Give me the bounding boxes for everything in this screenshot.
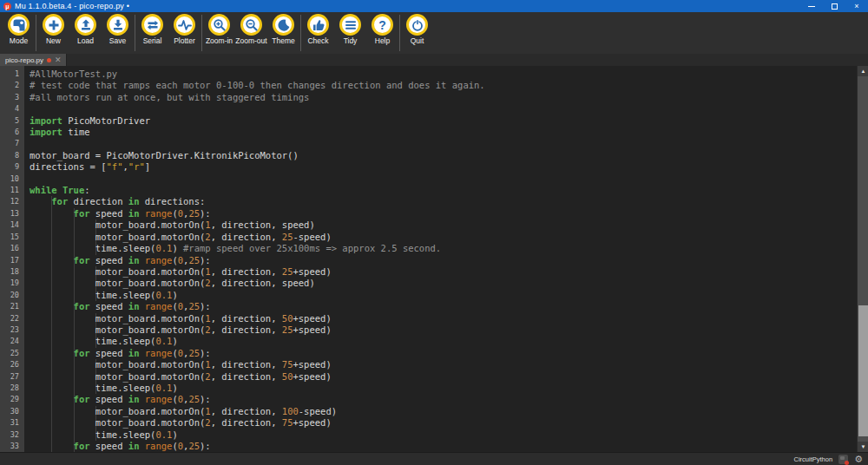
window-title: Mu 1.1.0.beta.4 - pico-repo.py • xyxy=(15,2,129,10)
code-line[interactable]: 10 xyxy=(0,174,868,185)
new-button-label: New xyxy=(46,36,61,45)
toolbar-divider xyxy=(300,15,301,51)
mu-app-icon: μ xyxy=(3,3,11,10)
tab-bar: pico-repo.py ✕ xyxy=(0,54,868,66)
code-line[interactable]: 13 for speed in range(0,25): xyxy=(0,208,868,219)
save-button-label: Save xyxy=(109,36,126,45)
line-number: 10 xyxy=(0,174,24,185)
line-number: 24 xyxy=(0,336,24,347)
code-lines[interactable]: 1#AllMotorTest.py2# test code that ramps… xyxy=(0,66,868,452)
quit-button-label: Quit xyxy=(411,36,424,45)
save-button[interactable]: Save xyxy=(102,14,134,45)
tab-pico-repo[interactable]: pico-repo.py ✕ xyxy=(0,54,67,66)
code-line[interactable]: 16 time.sleep(0.1) #ramp speed over 25x1… xyxy=(0,243,868,254)
check-button-label: Check xyxy=(307,36,328,45)
line-number: 3 xyxy=(0,92,24,103)
code-line[interactable]: 18 motor_board.motorOn(1, direction, 25+… xyxy=(0,266,868,278)
code-line[interactable]: 2# test code that ramps each motor 0-100… xyxy=(0,80,868,91)
code-editor[interactable]: 1#AllMotorTest.py2# test code that ramps… xyxy=(0,66,868,452)
maximize-button[interactable] xyxy=(823,0,845,12)
plotter-button-label: Plotter xyxy=(174,36,195,45)
code-line[interactable]: 32 time.sleep(0.1) xyxy=(0,429,868,441)
close-button[interactable]: × xyxy=(845,0,868,12)
quit-button[interactable]: Quit xyxy=(401,14,433,45)
toolbar-divider xyxy=(36,15,36,51)
code-line[interactable]: 28 time.sleep(0.1) xyxy=(0,383,868,394)
serial-arrows-icon xyxy=(146,18,160,32)
code-line[interactable]: 29 for speed in range(0,25): xyxy=(0,394,868,405)
code-line[interactable]: 8motor_board = PicoMotorDriver.KitronikP… xyxy=(0,150,868,161)
code-line[interactable]: 25 for speed in range(0,25): xyxy=(0,348,868,359)
line-number: 14 xyxy=(0,219,24,231)
help-button[interactable]: ? Help xyxy=(366,14,398,45)
line-number: 11 xyxy=(0,185,24,196)
code-line[interactable]: 14 motor_board.motorOn(1, direction, spe… xyxy=(0,219,868,231)
scrollbar-thumb[interactable] xyxy=(858,305,868,436)
tab-label: pico-repo.py xyxy=(5,56,43,64)
tab-close-icon[interactable]: ✕ xyxy=(55,56,62,64)
code-line[interactable]: 11while True: xyxy=(0,185,868,196)
device-disconnected-dot xyxy=(845,461,849,465)
code-line[interactable]: 4 xyxy=(0,103,868,115)
code-line[interactable]: 7 xyxy=(0,138,868,149)
code-line[interactable]: 5import PicoMotorDriver xyxy=(0,115,868,127)
theme-button-label: Theme xyxy=(272,36,294,45)
new-button[interactable]: New xyxy=(37,14,69,45)
close-icon: × xyxy=(854,2,858,10)
code-line[interactable]: 1#AllMotorTest.py xyxy=(0,69,868,80)
settings-gear-icon[interactable]: ⚙ xyxy=(854,455,863,464)
code-line[interactable]: 21 for speed in range(0,25): xyxy=(0,301,868,312)
code-line[interactable]: 3#all motors run at once, but with stagg… xyxy=(0,92,868,103)
toolbar-divider xyxy=(399,15,400,51)
plotter-button[interactable]: Plotter xyxy=(168,14,201,45)
mode-button[interactable]: Mode xyxy=(3,14,35,45)
code-line[interactable]: 20 time.sleep(0.1) xyxy=(0,290,868,301)
code-line[interactable]: 12 for direction in directions: xyxy=(0,196,868,207)
scroll-up-arrow[interactable]: ▲ xyxy=(858,66,868,76)
line-number: 13 xyxy=(0,208,24,219)
code-line[interactable]: 27 motor_board.motorOn(2, direction, 50+… xyxy=(0,371,868,383)
line-number: 33 xyxy=(0,441,24,452)
code-line[interactable]: 33 for speed in range(0,25): xyxy=(0,441,868,452)
mu-window: μ Mu 1.1.0.beta.4 - pico-repo.py • × Mod… xyxy=(0,0,868,465)
code-line[interactable]: 23 motor_board.motorOn(2, direction, 25+… xyxy=(0,324,868,336)
toolbar: Mode New Load Save Serial xyxy=(0,12,868,54)
upload-icon xyxy=(79,18,93,32)
theme-button[interactable]: Theme xyxy=(267,14,299,45)
zoom-in-button[interactable]: Zoom-in xyxy=(203,14,235,45)
mode-button-label: Mode xyxy=(10,36,28,45)
line-number: 12 xyxy=(0,196,24,207)
load-button[interactable]: Load xyxy=(69,14,102,45)
zoom-out-button[interactable]: Zoom-out xyxy=(235,14,267,45)
code-line[interactable]: 26 motor_board.motorOn(1, direction, 75+… xyxy=(0,359,868,370)
code-line[interactable]: 22 motor_board.motorOn(1, direction, 50+… xyxy=(0,313,868,324)
serial-button[interactable]: Serial xyxy=(136,14,168,45)
device-status-icon[interactable] xyxy=(838,455,848,464)
check-button[interactable]: Check xyxy=(302,14,334,45)
zoom-in-button-label: Zoom-in xyxy=(206,36,233,45)
line-number: 25 xyxy=(0,348,24,359)
line-number: 19 xyxy=(0,278,24,289)
code-line[interactable]: 19 motor_board.motorOn(2, direction, spe… xyxy=(0,278,868,289)
help-button-label: Help xyxy=(375,36,390,45)
code-line[interactable]: 24 time.sleep(0.1) xyxy=(0,336,868,347)
line-number: 29 xyxy=(0,394,24,405)
zoom-in-icon xyxy=(213,18,227,32)
code-line[interactable]: 15 motor_board.motorOn(2, direction, 25-… xyxy=(0,232,868,243)
line-number: 7 xyxy=(0,138,24,149)
code-line[interactable]: 9directions = ["f","r"] xyxy=(0,161,868,173)
minimize-button[interactable] xyxy=(800,0,823,12)
zoom-out-icon xyxy=(245,18,259,32)
code-line[interactable]: 31 motor_board.motorOn(2, direction, 75+… xyxy=(0,417,868,429)
tidy-button[interactable]: Tidy xyxy=(334,14,366,45)
line-number: 32 xyxy=(0,429,24,441)
code-line[interactable]: 17 for speed in range(0,25): xyxy=(0,255,868,266)
vertical-scrollbar[interactable]: ▲ ▼ xyxy=(857,66,868,452)
code-line[interactable]: 30 motor_board.motorOn(1, direction, 100… xyxy=(0,406,868,417)
current-mode-label: CircuitPython xyxy=(794,455,833,463)
code-line[interactable]: 6import time xyxy=(0,127,868,138)
question-mark-icon: ? xyxy=(378,19,386,31)
scroll-down-arrow[interactable]: ▼ xyxy=(858,442,868,452)
load-button-label: Load xyxy=(77,36,94,45)
line-number: 9 xyxy=(0,161,24,173)
